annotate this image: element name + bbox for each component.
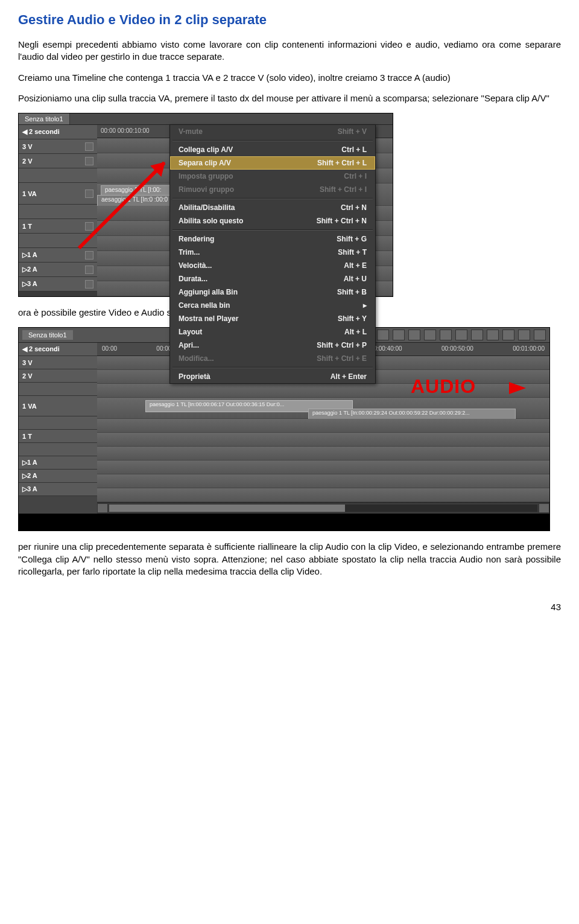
- lock-icon[interactable]: [85, 266, 93, 274]
- track-header[interactable]: ▷1 A: [19, 456, 97, 470]
- track-header[interactable]: 3 V: [19, 356, 97, 369]
- menu-item-separa[interactable]: Separa clip A/VShift + Ctrl + L: [170, 156, 375, 170]
- toolbar-button[interactable]: [424, 330, 436, 340]
- paragraph-intro: Negli esempi precedenti abbiamo visto co…: [18, 39, 561, 63]
- menu-item-rimuovi-gruppo[interactable]: Rimuovi gruppoShift + Ctrl + I: [170, 183, 375, 196]
- horizontal-scrollbar[interactable]: [97, 502, 549, 514]
- time-tick: 00:01:00:00: [513, 345, 545, 353]
- track-header[interactable]: ▷3 A: [19, 483, 97, 496]
- scroll-left-button[interactable]: [97, 503, 108, 513]
- lock-icon[interactable]: [85, 157, 93, 165]
- track-header[interactable]: [19, 383, 97, 396]
- time-tick: 00:00:50:00: [441, 345, 473, 353]
- scroll-thumb[interactable]: [109, 505, 345, 512]
- lock-icon[interactable]: [85, 142, 93, 151]
- lock-icon[interactable]: [85, 251, 93, 260]
- track-header[interactable]: 1 VA: [19, 183, 97, 205]
- track-row[interactable]: [97, 447, 549, 460]
- menu-separator: [172, 367, 373, 368]
- track-row[interactable]: [97, 460, 549, 474]
- toolbar-button[interactable]: [455, 330, 467, 340]
- menu-item-velocita[interactable]: Velocità...Alt + E: [170, 259, 375, 272]
- screenshot-context-menu: Senza titolo1 ◀ 2 secondi 3 V 2 V 1 VA 1…: [18, 113, 393, 297]
- menu-item-cerca-bin[interactable]: Cerca nella bin▸: [170, 299, 375, 312]
- menu-item-abilita[interactable]: Abilita/DisabilitaCtrl + N: [170, 201, 375, 214]
- toolbar-button[interactable]: [471, 330, 483, 340]
- track-row[interactable]: [97, 384, 549, 398]
- menu-item-durata[interactable]: Durata...Alt + U: [170, 272, 375, 285]
- menu-item-proprieta[interactable]: ProprietàAlt + Enter: [170, 370, 375, 383]
- menu-item-trim[interactable]: Trim...Shift + T: [170, 246, 375, 259]
- track-header[interactable]: [19, 205, 97, 219]
- lock-icon[interactable]: [85, 222, 93, 231]
- menu-item-modifica[interactable]: Modifica...Shift + Ctrl + E: [170, 352, 375, 365]
- track-header[interactable]: 2 V: [19, 369, 97, 383]
- toolbar-button[interactable]: [408, 330, 420, 340]
- menu-separator: [172, 140, 373, 141]
- lock-icon[interactable]: [85, 190, 93, 198]
- toolbar-button[interactable]: [534, 330, 546, 340]
- track-header[interactable]: 1 VA: [19, 396, 97, 416]
- menu-item-apri[interactable]: Apri...Shift + Ctrl + P: [170, 339, 375, 352]
- track-header[interactable]: ▷2 A: [19, 263, 97, 277]
- menu-item-collega[interactable]: Collega clip A/VCtrl + L: [170, 143, 375, 156]
- scroll-right-button[interactable]: [539, 503, 549, 513]
- paragraph-rejoin: per riunire una clip precedentemente sep…: [18, 541, 561, 578]
- page-number: 43: [18, 602, 561, 612]
- track-header[interactable]: ▷1 A: [19, 248, 97, 263]
- track-header[interactable]: ▷3 A: [19, 277, 97, 292]
- zoom-control[interactable]: ◀ 2 secondi: [19, 125, 97, 139]
- context-menu: V-muteShift + V Collega clip A/VCtrl + L…: [169, 124, 376, 384]
- toolbar-button[interactable]: [440, 330, 452, 340]
- timeline-tab[interactable]: Senza titolo1: [19, 113, 70, 124]
- track-row[interactable]: [97, 419, 549, 433]
- menu-item-aggiungi-bin[interactable]: Aggiungi alla BinShift + B: [170, 285, 375, 299]
- zoom-label: ◀ 2 secondi: [22, 128, 93, 136]
- track-header[interactable]: 1 T: [19, 430, 97, 443]
- track-header[interactable]: 1 T: [19, 219, 97, 234]
- track-row[interactable]: [97, 433, 549, 447]
- menu-separator: [172, 198, 373, 199]
- toolbar-button[interactable]: [502, 330, 514, 340]
- track-header[interactable]: [19, 443, 97, 456]
- timeline-footer: [19, 514, 549, 531]
- track-row[interactable]: paesaggio 1 TL [In:00:00:06:17 Out:00:00…: [97, 398, 549, 419]
- track-header[interactable]: 3 V: [19, 139, 97, 154]
- track-header[interactable]: [19, 416, 97, 430]
- toolbar-button[interactable]: [393, 330, 405, 340]
- zoom-control[interactable]: ◀ 2 secondi: [19, 343, 97, 356]
- timeline-tab[interactable]: Senza titolo1: [22, 330, 73, 340]
- menu-item-abilita-solo[interactable]: Abilita solo questoShift + Ctrl + N: [170, 214, 375, 228]
- page-title: Gestire Audio e Video in 2 clip separate: [18, 12, 561, 28]
- track-header[interactable]: ▷2 A: [19, 470, 97, 483]
- menu-item-mostra-player[interactable]: Mostra nel PlayerShift + Y: [170, 312, 375, 325]
- toolbar-button[interactable]: [487, 330, 499, 340]
- paragraph-instruction: Posizioniamo una clip sulla traccia VA, …: [18, 92, 561, 104]
- menu-item-vmute[interactable]: V-muteShift + V: [170, 125, 375, 138]
- toolbar-button[interactable]: [518, 330, 530, 340]
- menu-separator: [172, 229, 373, 231]
- lock-icon[interactable]: [85, 280, 93, 288]
- track-header[interactable]: [19, 168, 97, 183]
- paragraph-setup: Creiamo una Timeline che contenga 1 trac…: [18, 72, 561, 84]
- menu-item-imposta-gruppo[interactable]: Imposta gruppoCtrl + I: [170, 170, 375, 183]
- time-tick: 00:00: [102, 345, 117, 353]
- track-header[interactable]: 2 V: [19, 154, 97, 168]
- track-row[interactable]: [97, 474, 549, 488]
- menu-item-layout[interactable]: LayoutAlt + L: [170, 325, 375, 339]
- track-row[interactable]: [97, 488, 549, 502]
- toolbar-button[interactable]: [377, 330, 389, 340]
- menu-item-rendering[interactable]: RenderingShift + G: [170, 232, 375, 246]
